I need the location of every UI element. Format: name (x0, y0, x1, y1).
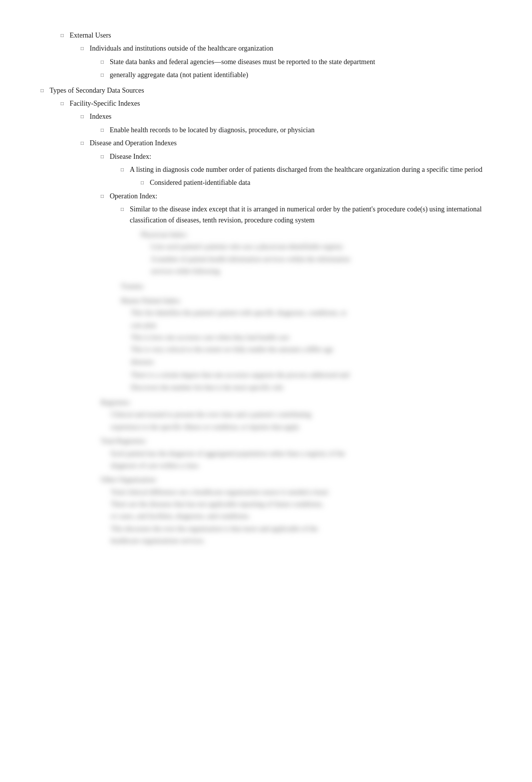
list-item: □ Disease and Operation Indexes (81, 138, 491, 149)
item-text: Types of Secondary Data Sources (50, 85, 491, 96)
item-text: Disease and Operation Indexes (90, 138, 491, 149)
list-item: □ Considered patient-identifiable data (141, 177, 491, 188)
item-text: Disease Index: (110, 151, 491, 162)
list-item: □ Indexes (81, 111, 491, 122)
bullet-icon: □ (81, 45, 90, 53)
item-text: Operation Index: (110, 191, 491, 202)
bullet-icon: □ (61, 100, 70, 108)
item-text: A listing in diagnosis code number order… (130, 164, 491, 175)
list-item: □ Individuals and institutions outside o… (81, 43, 491, 54)
blurred-section-other-org: Other Organization: Total clinical diffe… (101, 474, 491, 547)
blurred-section-total-registries: Total Registries: Each patient has the d… (101, 436, 491, 471)
item-text: External Users (70, 30, 491, 41)
blurred-section-mpi: Master Patient Index: This list identifi… (121, 296, 491, 393)
bullet-icon: □ (81, 113, 90, 121)
bullet-icon: □ (81, 139, 90, 147)
list-item: □ Disease Index: (101, 151, 491, 162)
list-item: □ Types of Secondary Data Sources (41, 85, 491, 96)
bullet-icon: □ (61, 32, 70, 40)
list-item: □ Enable health records to be located by… (101, 125, 491, 136)
blurred-section-registries: Registries: Clinical and treated to pres… (101, 397, 491, 433)
list-item: □ External Users (61, 30, 491, 41)
list-item: □ State data banks and federal agencies—… (101, 57, 491, 68)
item-text: generally aggregate data (not patient id… (110, 70, 491, 81)
bullet-icon: □ (121, 205, 130, 213)
bullet-icon: □ (41, 87, 50, 95)
list-item: □ generally aggregate data (not patient … (101, 70, 491, 81)
bullet-icon: □ (121, 166, 130, 174)
list-item: □ Operation Index: (101, 191, 491, 202)
document-content: □ External Users □ Individuals and insti… (41, 30, 491, 547)
list-item: □ A listing in diagnosis code number ord… (121, 164, 491, 175)
item-text: Enable health records to be located by d… (110, 125, 491, 136)
bullet-icon: □ (141, 179, 150, 187)
item-text: State data banks and federal agencies—so… (110, 57, 491, 68)
bullet-icon: □ (101, 126, 110, 134)
item-text: Facility-Specific Indexes (70, 98, 491, 109)
bullet-icon: □ (101, 71, 110, 79)
bullet-icon: □ (101, 192, 110, 200)
bullet-icon: □ (101, 58, 110, 66)
list-item: □ Similar to the disease index except th… (121, 204, 491, 226)
bullet-icon: □ (101, 153, 110, 161)
blurred-section-trauma: Trauma: (121, 281, 491, 292)
item-text: Individuals and institutions outside of … (90, 43, 491, 54)
item-text: Indexes (90, 111, 491, 122)
item-text: Considered patient-identifiable data (150, 177, 491, 188)
item-text: Similar to the disease index except that… (130, 204, 491, 226)
list-item: □ Facility-Specific Indexes (61, 98, 491, 109)
blurred-section-physician: Physician Index: Lists each patient's pa… (141, 229, 491, 278)
